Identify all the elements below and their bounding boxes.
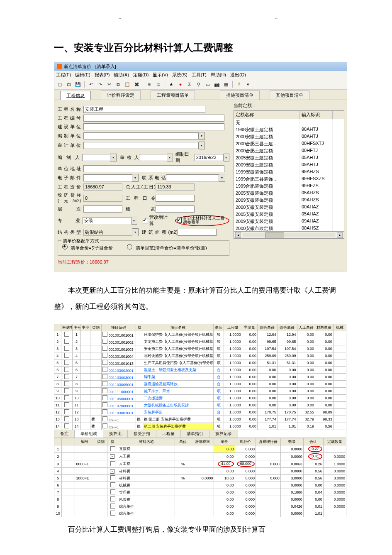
chevron-down-icon[interactable]: ▾ bbox=[132, 228, 139, 236]
align-icon[interactable]: ≡ bbox=[146, 81, 153, 88]
quota-row[interactable]: 1998安徽土建定额98AHTJ bbox=[234, 126, 344, 133]
field-eaves[interactable] bbox=[156, 205, 195, 213]
quota-row[interactable]: 1999安徽装饰定额99AHZS bbox=[234, 169, 344, 176]
field-build-unit[interactable] bbox=[83, 123, 224, 130]
menu-view[interactable]: 显示(V) bbox=[153, 72, 168, 78]
tab-other-list[interactable]: 其他项目清单 bbox=[270, 90, 309, 100]
menu-tool[interactable]: 工具(T) bbox=[192, 72, 207, 78]
table-row[interactable]: 5 5 001001001013 生产工具用具使用费【(人工基价(分部分项… 项… bbox=[54, 359, 346, 367]
grid-icon[interactable]: ▦ bbox=[222, 81, 230, 88]
chevron-down-icon[interactable]: ▾ bbox=[132, 174, 139, 182]
table-row[interactable]: 5 1800FE 材料费 % 0.0000 18.63 0.000 0.000 … bbox=[54, 475, 346, 482]
help-icon[interactable]: ? bbox=[235, 81, 243, 88]
quota-row[interactable]: 1999合肥三县装饰…99HFSXZS bbox=[234, 176, 344, 183]
menu-system[interactable]: 系统(S) bbox=[172, 72, 187, 78]
table-row[interactable]: 13 13 费 C2-F1 换 换 第二册 安装脚手架搭拆费 项 1.0000 … bbox=[54, 416, 346, 423]
table-row[interactable]: 9 9 001111000001 施工排水、降水 项 1.0000 0.00 0… bbox=[54, 388, 346, 395]
quota-row[interactable]: 1999合肥装饰定额99HFZS bbox=[234, 183, 344, 190]
table-row[interactable]: 1 直接费 0.00 0.000 0.0000 0.27 bbox=[54, 445, 346, 453]
delete-icon[interactable]: 🞮 bbox=[133, 81, 140, 88]
quota-row[interactable]: 2005安徽装饰定额05AHZS bbox=[234, 190, 344, 197]
sigma-icon[interactable]: Σ bbox=[186, 81, 193, 88]
menu-edit[interactable]: 编辑(E) bbox=[75, 72, 90, 78]
menu-help[interactable]: 帮助(H) bbox=[211, 72, 226, 78]
table-row[interactable]: 6 机械费 0.00 0.000 0.0000 0.00 0.0000 bbox=[54, 482, 346, 489]
chevron-down-icon[interactable]: ▾ bbox=[219, 174, 225, 182]
detail-tab[interactable]: 工程量 bbox=[156, 430, 181, 438]
table-row[interactable]: 1 1 001001001001 环境保护费【(人工基价(分部分项)+机械基… … bbox=[54, 331, 346, 338]
detail-tab[interactable]: 换算记录 bbox=[209, 430, 238, 438]
copy-icon[interactable]: ⧉ bbox=[114, 81, 122, 88]
redo-icon[interactable]: ↷ bbox=[96, 81, 104, 88]
scroll-track[interactable] bbox=[243, 233, 335, 237]
quota-row[interactable]: 2009安徽安装定额09AHAZ bbox=[234, 218, 344, 225]
open-file-icon[interactable]: 🗀 bbox=[65, 81, 73, 88]
field-phone[interactable] bbox=[166, 174, 219, 181]
field-project-code[interactable] bbox=[83, 115, 224, 122]
checkbox-percent-material-labor-adjust[interactable] bbox=[177, 218, 181, 223]
table-row[interactable]: 8 风险费 0.00 0.000 0.0000 0.00 0.0000 bbox=[54, 496, 346, 503]
chevron-down-icon[interactable]: ▾ bbox=[167, 154, 173, 161]
table-row[interactable]: 3 3 001001001003 安全施工费【(人工基价(分部分项)+机械基… … bbox=[54, 345, 346, 352]
quota-row[interactable]: 2000合肥三县土建…00HFSXTJ bbox=[234, 140, 344, 147]
new-file-icon[interactable]: ▢ bbox=[56, 81, 63, 88]
field-email[interactable] bbox=[83, 174, 132, 181]
chevron-down-icon[interactable]: ▾ bbox=[199, 142, 205, 149]
chevron-down-icon[interactable]: ▾ bbox=[199, 132, 205, 140]
table-row[interactable]: 7 7 001103003001 脚手架 台 1.0000 0.00 0.00 … bbox=[54, 374, 346, 381]
table-row[interactable]: 7 管理费 0.00 0.000 0.1888 0.04 0.0000 bbox=[54, 489, 346, 496]
scroll-left-icon[interactable]: ◂ bbox=[235, 232, 241, 238]
paste-icon[interactable]: 📋 bbox=[124, 81, 131, 88]
menu-quota[interactable]: 定额(D) bbox=[133, 72, 149, 78]
radio-list-spec[interactable] bbox=[127, 244, 132, 249]
field-specialty[interactable]: 安装 bbox=[83, 217, 131, 224]
quota-row[interactable]: 2009安徽土建定额09AHTJ bbox=[234, 161, 344, 169]
quota-list-rows[interactable]: 无1998安徽土建定额98AHTJ2000安徽土建定额00AHTJ2000合肥三… bbox=[234, 119, 344, 232]
h-scrollbar[interactable]: ◂ ▸ bbox=[234, 232, 344, 239]
menu-project[interactable]: 工程(F) bbox=[56, 72, 71, 78]
table-row[interactable]: 9 综合单价 0.00 0.000 0.0426 0.01 0.0000 bbox=[54, 503, 346, 510]
quota-row[interactable]: 2000合肥土建定额00HFTJ bbox=[234, 147, 344, 154]
camera-icon[interactable]: 📷 bbox=[213, 81, 221, 88]
tab-measure-list[interactable]: 措施项目清单 bbox=[220, 90, 260, 100]
quota-row[interactable]: 2000安徽安装定额00AHAZ bbox=[234, 204, 344, 211]
tab-project-info[interactable]: 工程信息 bbox=[60, 91, 91, 100]
table-row[interactable]: 14 14 费 C2-F1 换 第二册 安装脚手架搭拆费 项 1.0000 0.… bbox=[54, 423, 346, 430]
table-row[interactable]: 4 - 材料费 0.00 0.000 0.0000 0.56 0.0000 bbox=[54, 468, 346, 475]
table-row[interactable]: 3 0000FE 人工费 % 41.00 68.000 0.000 0.0063… bbox=[54, 460, 346, 468]
table-row[interactable]: 2 - 人工费 0.00 0.000 0.0000 0.41 0.0000 bbox=[54, 453, 346, 460]
table-row[interactable]: 6 6 001103002001 混凝土、钢筋混凝土模板及支架 台 1.0000… bbox=[54, 367, 346, 374]
table-row[interactable]: 10 综合单价 0.00 0.000 0.0000 1.01 bbox=[54, 510, 346, 517]
table-row[interactable]: 12 12 001103001001 安装脚手架 台 1.0000 0.00 1… bbox=[54, 409, 346, 416]
field-compile-date[interactable]: 2016/9/22 bbox=[195, 154, 224, 161]
cut-icon[interactable]: ✂ bbox=[105, 81, 113, 88]
scroll-thumb[interactable] bbox=[265, 232, 285, 238]
field-build-area[interactable] bbox=[178, 229, 217, 236]
chevron-down-icon[interactable]: ▾ bbox=[110, 154, 116, 161]
record-icon[interactable]: ● bbox=[177, 81, 184, 88]
field-compiler[interactable] bbox=[82, 154, 110, 161]
field-audit-unit[interactable] bbox=[83, 142, 199, 149]
quota-row[interactable]: 2005安徽安装定额05AHAZ bbox=[234, 211, 344, 218]
menu-aux[interactable]: 辅助(A) bbox=[114, 72, 129, 78]
quota-row[interactable]: 2000安徽市政定额00AHSZ bbox=[234, 225, 344, 232]
checkbox-vat-reform[interactable] bbox=[143, 218, 148, 223]
menu-report[interactable]: 报表(P) bbox=[95, 72, 110, 78]
tab-qty-list[interactable]: 工程量项目清单 bbox=[151, 90, 195, 100]
unit-price-breakdown-table[interactable]: 编号类别换材料名称单位营增税率单价现行价含税现行价数量合计定额数量 1 直接费 … bbox=[54, 438, 346, 517]
field-address[interactable] bbox=[83, 165, 224, 172]
save-icon[interactable]: 💾 bbox=[74, 81, 82, 88]
table-row[interactable]: 10 10 001105000001 二次搬运费 项 1.0000 0.00 0… bbox=[54, 395, 346, 402]
chevron-down-icon[interactable]: ▾ bbox=[224, 154, 229, 161]
detail-tabs[interactable]: 备注单价组成换算比接受折扣工程量清单指引换算记录 bbox=[54, 430, 346, 438]
quota-row[interactable]: 2009安徽装饰定额09AHZS bbox=[234, 197, 344, 204]
dropdown-icon[interactable]: ▾ bbox=[244, 81, 252, 88]
star-icon[interactable]: ★ bbox=[168, 81, 175, 88]
field-project-name[interactable]: 安装工程 bbox=[83, 106, 205, 113]
chevron-down-icon[interactable]: ▾ bbox=[131, 217, 137, 225]
tab-pricing-setup[interactable]: 计价程序设定 bbox=[101, 90, 141, 100]
scroll-right-icon[interactable]: ▸ bbox=[337, 232, 343, 238]
find-icon[interactable]: ⚲ bbox=[195, 81, 202, 88]
table-row[interactable]: 4 4 001001001004 临时设施费【(人工基价(分部分项)+机械基… … bbox=[54, 352, 346, 359]
detail-tab[interactable]: 接受折扣 bbox=[128, 430, 156, 438]
